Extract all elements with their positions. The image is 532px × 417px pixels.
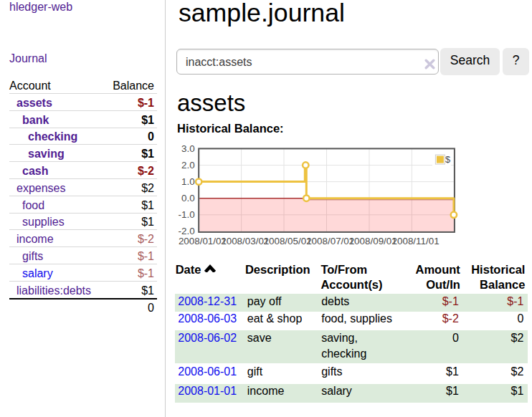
- svg-text:2.0: 2.0: [181, 160, 195, 171]
- svg-text:2008/07/01: 2008/07/01: [306, 236, 354, 246]
- svg-text:2008/01/01: 2008/01/01: [179, 236, 227, 246]
- svg-text:$: $: [445, 154, 450, 165]
- svg-text:1.0: 1.0: [181, 176, 195, 187]
- svg-text:0.0: 0.0: [181, 193, 195, 203]
- svg-text:2008/11/01: 2008/11/01: [392, 236, 440, 246]
- svg-text:-1.0: -1.0: [179, 209, 195, 220]
- svg-text:2008/05/01: 2008/05/01: [264, 236, 312, 246]
- svg-text:2008/03/01: 2008/03/01: [221, 236, 269, 246]
- svg-text:3.0: 3.0: [181, 143, 195, 154]
- svg-text:2008/09/01: 2008/09/01: [349, 236, 397, 246]
